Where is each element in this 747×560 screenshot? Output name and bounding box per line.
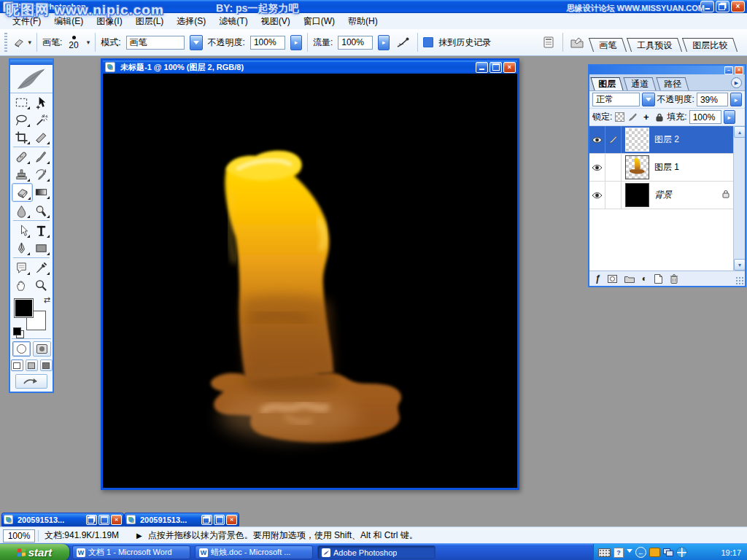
fullscreen-mode-button[interactable] (40, 359, 53, 371)
tool-preset-picker[interactable]: ▾ (14, 34, 31, 51)
menu-file[interactable]: 文件(F) (6, 14, 47, 29)
crop-tool[interactable] (12, 128, 31, 146)
standard-screen-mode-button[interactable] (11, 359, 23, 371)
blend-mode-select[interactable]: 正常 (592, 93, 640, 106)
type-tool[interactable] (31, 222, 51, 239)
link-cell[interactable] (605, 182, 622, 209)
panel-menu-button[interactable]: ▶ (731, 77, 742, 88)
minimized-document-1[interactable]: 200591513... × (1, 513, 124, 526)
panel-resize-grip[interactable] (735, 276, 744, 285)
taskbar-item-photoshop[interactable]: Adobe Photoshop (317, 545, 436, 559)
panel-close-button[interactable]: × (735, 66, 743, 74)
quick-mask-mode-button[interactable] (33, 341, 51, 357)
link-cell[interactable] (605, 154, 622, 181)
blend-mode-arrow[interactable] (642, 93, 655, 106)
eyedropper-tool[interactable] (31, 259, 51, 276)
layer-row-layer2[interactable]: 图层 2 (589, 126, 745, 154)
layer-name[interactable]: 图层 1 (654, 161, 679, 174)
help-tray-icon[interactable]: ? (614, 548, 624, 558)
scroll-down-button[interactable]: ▾ (734, 259, 745, 271)
brush-tool[interactable] (31, 148, 51, 166)
path-selection-tool[interactable] (12, 222, 31, 239)
document-titlebar[interactable]: 未标题-1 @ 100% (图层 2, RGB/8) × (103, 61, 517, 74)
mini-maximize-button[interactable] (98, 515, 109, 525)
new-group-button[interactable] (624, 275, 635, 283)
keyboard-tray-icon[interactable] (598, 548, 611, 557)
visibility-toggle[interactable] (589, 154, 605, 181)
panel-minimize-button[interactable]: – (724, 66, 733, 74)
layer-row-background[interactable]: 背景 (589, 182, 745, 209)
toolbox-drag-bar[interactable] (10, 60, 53, 65)
lock-transparency-icon[interactable] (614, 112, 625, 122)
delete-layer-button[interactable] (670, 274, 678, 284)
fill-input[interactable]: 100% (689, 110, 721, 124)
add-mask-button[interactable] (608, 275, 617, 283)
layer-thumbnail[interactable] (625, 155, 649, 179)
menu-help[interactable]: 帮助(H) (341, 14, 384, 29)
erase-to-history-checkbox[interactable] (423, 37, 433, 47)
default-colors-icon[interactable] (13, 327, 21, 335)
menu-view[interactable]: 视图(V) (255, 14, 297, 29)
hide-icons-arrow[interactable] (627, 549, 632, 556)
move-tool[interactable] (31, 93, 51, 111)
visibility-toggle[interactable] (589, 126, 605, 153)
opacity-slider-arrow[interactable]: ▸ (290, 35, 302, 50)
layers-panel-titlebar[interactable]: – × (589, 66, 745, 74)
status-arrow-icon[interactable]: ▶ (136, 532, 142, 540)
layer-thumbnail[interactable] (625, 183, 649, 207)
menu-window[interactable]: 窗口(W) (297, 14, 341, 29)
minimize-button[interactable] (700, 1, 714, 12)
canvas[interactable] (103, 74, 517, 488)
doc-minimize-button[interactable] (476, 62, 488, 73)
well-tab-tool-presets[interactable]: 工具预设 (627, 38, 682, 52)
menu-filter[interactable]: 滤镜(T) (212, 14, 254, 29)
layer-thumbnail[interactable] (625, 128, 649, 152)
visibility-toggle[interactable] (589, 182, 605, 209)
well-tab-layer-comps[interactable]: 图层比较 (682, 38, 738, 52)
layer-name[interactable]: 背景 (654, 189, 672, 201)
hand-tool[interactable] (12, 276, 31, 294)
pen-tool[interactable] (12, 239, 31, 257)
security-tray-icon[interactable] (649, 548, 660, 557)
healing-brush-tool[interactable] (12, 148, 31, 166)
layer-style-button[interactable]: ƒ (595, 273, 600, 284)
globe-tray-icon[interactable] (676, 547, 687, 558)
minimized-document-2[interactable]: 200591513... × (124, 513, 239, 526)
mini-close-button[interactable]: × (226, 515, 237, 525)
lock-position-icon[interactable]: + (640, 112, 651, 122)
menu-layer[interactable]: 图层(L) (129, 14, 171, 29)
doc-maximize-button[interactable] (489, 62, 502, 73)
layer-row-layer1[interactable]: 图层 1 (589, 154, 745, 182)
clone-stamp-tool[interactable] (12, 166, 31, 183)
well-tab-brushes[interactable]: 画笔 (589, 38, 627, 52)
menu-image[interactable]: 图像(I) (90, 14, 128, 29)
taskbar-item-word-doc1[interactable]: W 文档 1 - Microsoft Word (72, 545, 190, 559)
layer-name[interactable]: 图层 2 (654, 133, 679, 146)
mini-restore-button[interactable] (86, 515, 97, 525)
zoom-tool[interactable] (31, 276, 51, 294)
network-tray-icon[interactable] (663, 548, 673, 556)
start-button[interactable]: start (0, 544, 69, 560)
foreground-color-swatch[interactable] (14, 298, 34, 318)
standard-mode-button[interactable] (12, 341, 31, 357)
close-button[interactable]: × (731, 1, 745, 12)
magic-wand-tool[interactable] (31, 111, 51, 128)
zoom-level-input[interactable]: 100% (3, 529, 35, 542)
mode-select-arrow[interactable] (190, 35, 203, 50)
shape-tool[interactable] (31, 239, 51, 257)
layer-opacity-input[interactable]: 39% (697, 93, 728, 106)
swap-colors-icon[interactable]: ⇄ (44, 295, 50, 305)
lock-all-icon[interactable] (654, 112, 665, 122)
layer-opacity-arrow[interactable]: ▸ (730, 93, 742, 106)
mini-close-button[interactable]: × (111, 515, 122, 525)
eraser-tool[interactable] (12, 183, 33, 202)
fullscreen-menubar-mode-button[interactable] (26, 359, 38, 371)
gradient-tool[interactable] (31, 183, 51, 201)
flow-input[interactable]: 100% (338, 36, 373, 50)
slice-tool[interactable] (31, 128, 51, 146)
airbrush-toggle[interactable] (395, 34, 412, 51)
flow-slider-arrow[interactable]: ▸ (378, 35, 390, 50)
brush-presets-button[interactable] (568, 34, 586, 51)
tab-channels[interactable]: 通道 (623, 77, 656, 90)
fill-arrow[interactable]: ▸ (724, 110, 735, 124)
